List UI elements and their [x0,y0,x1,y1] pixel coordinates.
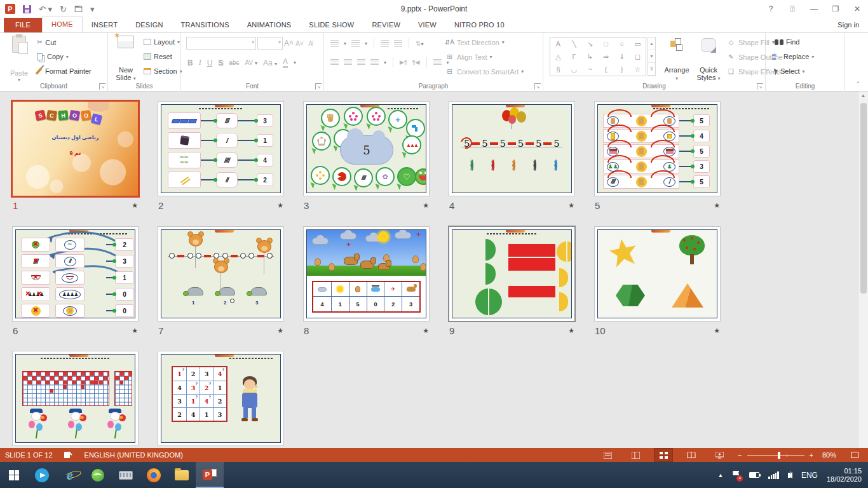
columns-icon[interactable] [433,59,442,66]
format-painter-button[interactable]: Format Painter [35,67,92,75]
tab-slideshow[interactable]: SLIDE SHOW [300,18,363,32]
on-screen-keyboard-icon[interactable] [112,462,140,488]
elbow-shape-icon[interactable]: Γ [572,53,576,60]
reset-button[interactable]: Reset [144,53,172,60]
paste-button[interactable]: Paste▾ [4,36,34,83]
slide-thumbnail-10[interactable] [595,227,720,321]
scrollbar-thumb[interactable] [860,103,867,294]
action-center-flag-icon[interactable] [732,471,740,479]
collapse-ribbon-icon[interactable]: ⌃ [855,81,860,87]
animation-star-icon[interactable]: ★ [714,327,720,335]
animation-star-icon[interactable]: ★ [277,201,283,210]
powerpoint-taskbar-icon[interactable]: P [196,462,224,488]
elbow-arrow-shape-icon[interactable]: ↳ [587,53,593,61]
slide-thumbnail-7[interactable]: 1 2 3 [158,227,283,321]
tab-review[interactable]: REVIEW [363,18,409,32]
slide-thumbnail-11[interactable] [13,351,138,445]
powerpoint-app-icon[interactable]: P [5,4,15,14]
volume-icon[interactable] [788,472,792,478]
animation-star-icon[interactable]: ★ [132,327,138,335]
font-dialog-launcher[interactable]: ↘ [315,83,322,90]
textbox-shape-icon[interactable]: A [556,40,560,48]
line-shape-icon[interactable]: ╲ [572,40,576,48]
left-brace-shape-icon[interactable]: { [605,65,607,73]
snip-rect-shape-icon[interactable]: ◻ [635,53,641,61]
animation-star-icon[interactable]: ★ [132,201,138,210]
tab-insert[interactable]: INSERT [83,18,126,32]
tab-design[interactable]: DESIGN [126,18,172,32]
shapes-gallery[interactable]: A╲↘□○▭ △Γ↳⇒⇓◻ §◡~{}☆ [550,37,646,76]
slide-thumbnail-1[interactable]: S C H O O L ریاضی اول دبستان تم 9 [13,102,138,196]
font-size-combo[interactable] [257,37,283,50]
clock[interactable]: 01:15 18/02/2020 [827,467,862,484]
slideshow-view-button[interactable] [710,448,729,462]
telegram-icon[interactable] [28,462,56,488]
increase-font-icon[interactable]: A˄ [284,39,294,48]
customize-qat-icon[interactable]: ▾ [90,5,95,13]
convert-smartart-button[interactable]: ⊟Convert to SmartArt▾ [445,67,524,76]
copy-button[interactable]: Copy▾ [37,53,69,60]
shadow-button[interactable]: S [218,58,223,67]
animation-star-icon[interactable]: ★ [423,201,429,210]
new-slide-button[interactable]: NewSlide ▾ [111,36,141,83]
decrease-indent-icon[interactable] [381,40,389,47]
scribble-shape-icon[interactable]: § [556,65,560,73]
minimize-button[interactable]: — [803,0,825,18]
clear-formatting-icon[interactable]: A̸ [306,39,315,48]
align-left-icon[interactable] [330,59,339,66]
char-spacing-button[interactable]: AV ▾ [245,59,257,66]
tab-home[interactable]: HOME [42,17,83,32]
slide-sorter-view-button[interactable] [654,448,673,462]
green-browser-icon[interactable] [84,462,112,488]
proofing-icon[interactable] [64,451,73,459]
undo-icon[interactable]: ↶ ▾ [39,5,52,13]
numbering-icon[interactable] [351,40,360,47]
fit-slide-button[interactable] [845,448,864,462]
zoom-in-button[interactable]: + [810,451,813,459]
oval-shape-icon[interactable]: ○ [620,40,624,48]
internet-explorer-icon[interactable]: e [56,462,84,488]
line-spacing-icon[interactable]: ⇅▾ [416,40,423,47]
arrange-button[interactable]: Arrange▾ [660,36,693,83]
ribbon-display-options-button[interactable]: ⍐ [782,0,803,18]
ltr-direction-icon[interactable]: ▶¶ [400,59,407,65]
zoom-out-button[interactable]: − [738,451,742,459]
animation-star-icon[interactable]: ★ [277,327,283,335]
animation-star-icon[interactable]: ★ [568,327,574,335]
slide-thumbnail-12[interactable]: 1234 4321 3142 2413 [158,351,283,445]
tab-animations[interactable]: ANIMATIONS [238,18,301,32]
rectangle-shape-icon[interactable]: □ [604,40,608,48]
reading-view-button[interactable] [682,448,701,462]
start-slideshow-icon[interactable]: 🗔 [74,5,83,13]
start-button[interactable] [0,462,28,488]
shapes-gallery-scroll[interactable]: ▲▼⊽ [648,37,656,76]
font-color-button[interactable]: A [283,57,288,68]
curve-shape-icon[interactable]: ~ [588,65,592,73]
decrease-font-icon[interactable]: A˅ [295,39,304,48]
cut-button[interactable]: ✂Cut [37,38,56,46]
layout-button[interactable]: Layout▾ [144,38,180,46]
find-button[interactable]: Find [775,38,799,46]
text-direction-button[interactable]: ⇵AText Direction▾ [445,38,505,46]
slide-thumbnail-2[interactable]: /// 3 / 1 ✂✂✂✂ //// 4 // [158,102,283,196]
zoom-slider[interactable] [747,455,804,456]
quick-styles-button[interactable]: QuickStyles ▾ [693,36,724,83]
down-arrow-shape-icon[interactable]: ⇓ [619,53,625,61]
rtl-direction-icon[interactable]: ¶◀ [412,59,420,65]
animation-star-icon[interactable]: ★ [423,327,429,335]
italic-button[interactable]: I [199,58,201,67]
input-language[interactable]: ENG [801,471,818,480]
close-button[interactable]: ✕ [846,0,868,18]
redo-icon[interactable]: ↻ [60,5,67,13]
tab-nitro-pro[interactable]: NITRO PRO 10 [445,18,513,32]
slide-thumbnail-4[interactable]: 5 5 5 5 5 5 [449,102,574,196]
battery-icon[interactable] [749,472,759,478]
arc-shape-icon[interactable]: ◡ [571,65,578,74]
help-button[interactable]: ? [760,0,782,18]
scroll-up-icon[interactable]: ▲ [858,93,868,98]
tab-transitions[interactable]: TRANSITIONS [172,18,238,32]
normal-view-button[interactable] [626,448,645,462]
triangle-shape-icon[interactable]: △ [555,53,560,61]
hidden-icons-chevron[interactable]: ▲ [718,472,724,478]
language-indicator[interactable]: ENGLISH (UNITED KINGDOM) [85,451,183,459]
